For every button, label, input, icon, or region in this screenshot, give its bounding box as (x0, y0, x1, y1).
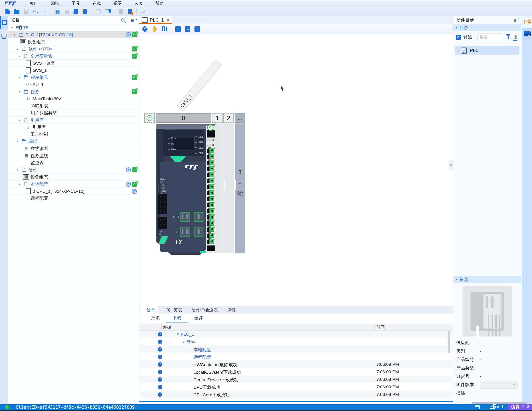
fit-vertical-icon[interactable]: ↕ (175, 26, 181, 32)
expand-all-icon[interactable]: ↧ (506, 35, 510, 40)
output-tab[interactable]: 硬件IO通道表 (185, 306, 221, 314)
slot-2-header[interactable]: 2 (223, 113, 234, 123)
catalog-sort-icon[interactable] (513, 18, 518, 22)
catalog-search-input[interactable] (477, 33, 503, 41)
search-icon[interactable] (121, 19, 124, 21)
tree-row[interactable]: 工艺控制 (8, 131, 139, 138)
tree-row[interactable]: ▾ TS (8, 24, 139, 31)
tree-row[interactable]: GVS_1 (8, 67, 139, 74)
firmware-version-select[interactable] (480, 381, 518, 389)
compile-icon[interactable]: ▦ (53, 8, 62, 15)
chevron-down-icon[interactable]: ▾ (14, 33, 18, 36)
cpu-module-graphic[interactable]: RUN INF ERR GE1 GE2 GE3 GE4 (156, 124, 215, 255)
tree-row[interactable]: ▾ 程序单元 (8, 74, 139, 81)
log-row[interactable]: ∨ PLC_1 (139, 331, 453, 338)
fit-view-icon[interactable]: ↔ (194, 26, 200, 32)
tree-row[interactable]: 监控表 (8, 159, 139, 166)
tree-row[interactable]: 用户数据类型 (8, 109, 139, 117)
upload-icon[interactable] (81, 8, 90, 15)
log-row[interactable]: LocalIOSystem下载成功 7:06:09 PM (139, 368, 453, 376)
tree-row[interactable]: 远程配置 (8, 195, 139, 202)
chevron-down-icon[interactable]: ▾ (19, 183, 23, 186)
chevron-down-icon[interactable]: ▾ (19, 54, 23, 58)
log-row[interactable]: CentralDevice下载成功 7:06:09 PM (139, 376, 453, 383)
menu-item[interactable]: 选项 (133, 0, 144, 7)
output-tab[interactable]: IO冲突表 (158, 306, 185, 314)
log-row[interactable]: 本地配置 (139, 346, 453, 353)
menu-item[interactable]: 编辑 (49, 0, 61, 7)
slot-0-header[interactable]: 0 (156, 113, 211, 123)
tree-row[interactable]: ▾ 调试 (8, 138, 139, 145)
log-row[interactable]: HWContainer删除成功 7:06:09 PM (139, 361, 453, 368)
chevron-down-icon[interactable]: ∨ (182, 340, 185, 344)
channel-view-icon[interactable] (162, 27, 167, 31)
cpu-tag-label[interactable]: CPU_1 (176, 60, 222, 112)
menu-item[interactable]: 项目 (28, 0, 40, 7)
tab-plc1[interactable]: PLC_1 × (139, 16, 172, 24)
menu-item[interactable]: 工具 (70, 0, 82, 7)
tree-row[interactable]: 设备组态 (8, 38, 139, 45)
tree-row[interactable]: ▾ 任务 (8, 88, 139, 95)
undo-icon[interactable]: ↶▾ (30, 8, 40, 15)
output-subtab[interactable]: 常规 (144, 314, 166, 323)
chevron-down-icon[interactable]: ▾ (19, 76, 23, 79)
filter-sort-icon[interactable] (131, 18, 135, 22)
tree-row[interactable]: 引用库 (8, 124, 139, 131)
activity-project-view[interactable] (0, 16, 8, 29)
simulation-indicator[interactable]: 仿真 × 0 (508, 404, 532, 410)
info-section-header[interactable]: ▾ 信息 (453, 276, 521, 283)
log-row[interactable]: CPUCore下载成功 7:06:09 PM (139, 391, 453, 398)
output-tab[interactable]: 信息 (140, 306, 158, 314)
chevron-down-icon[interactable]: ▾ (17, 168, 21, 172)
catalog-item-plc[interactable]: › PLC (455, 46, 519, 55)
log-scrollbar[interactable] (448, 331, 450, 353)
close-icon[interactable]: × (167, 18, 169, 22)
download-icon[interactable] (71, 8, 81, 15)
tree-row[interactable]: GVS一览表 (8, 60, 139, 67)
label-tool-icon[interactable] (141, 26, 148, 32)
chevron-down-icon[interactable]: ▾ (17, 47, 21, 51)
tree-row[interactable]: ▾ 硬件 (8, 166, 139, 174)
pan-tool-icon[interactable]: ✋ (151, 26, 158, 32)
log-row[interactable]: 远程配置 (139, 353, 453, 361)
filter-checkbox[interactable] (456, 35, 461, 40)
chevron-down-icon[interactable]: ∨ (177, 332, 179, 336)
chevron-down-icon[interactable]: ▾ (11, 26, 16, 29)
collapse-all-icon[interactable]: ↥ (513, 35, 518, 40)
activity-network-view[interactable] (0, 29, 8, 42)
rail-hardware-catalog[interactable] (522, 28, 532, 40)
output-tab[interactable]: 属性 (221, 306, 239, 314)
log-row[interactable]: ∨ 硬件 (139, 338, 453, 346)
tree-row[interactable]: ▾ PLC_1[T324-XP-CD-10] (8, 31, 139, 38)
menu-item[interactable]: 视图 (112, 0, 124, 7)
window-icon[interactable] (475, 405, 480, 409)
slot-range-column[interactable]: 3 - 32 (235, 123, 245, 253)
catalog-section-header[interactable]: ▾ 目录 (453, 24, 521, 31)
slot-more-header[interactable]: ... (235, 113, 245, 123)
tree-row[interactable]: 0 CPU_1[T324-XP-CD-10] (8, 188, 139, 195)
collapse-right-panel-button[interactable] (448, 160, 453, 170)
tree-row[interactable]: IO映射表 (8, 102, 139, 109)
slot-1-header[interactable]: 1 (212, 113, 222, 123)
chevron-down-icon[interactable]: ▾ (19, 118, 23, 122)
tree-row[interactable]: ▾ 软件 <STD> (8, 45, 139, 52)
menu-item[interactable]: 在线 (91, 0, 103, 7)
output-subtab[interactable]: 编译 (188, 314, 209, 323)
chevron-down-icon[interactable]: ▾ (17, 140, 21, 143)
menu-item[interactable]: 帮助 (153, 0, 165, 7)
connected-devices-indicator[interactable]: × 1 (489, 404, 504, 410)
log-row[interactable]: CPU下载成功 7:06:09 PM (139, 383, 453, 391)
tree-row[interactable]: ▾ 引用库 (8, 117, 139, 124)
stop-plc-icon[interactable] (125, 8, 134, 15)
tree-row[interactable]: ▾ 全局变量集 (8, 52, 139, 60)
chevron-down-icon[interactable]: ▾ (19, 90, 23, 93)
output-subtab[interactable]: 下载 (166, 314, 188, 323)
tree-row[interactable]: MainTask<30> (8, 95, 139, 102)
open-project-icon[interactable] (12, 8, 21, 15)
go-online-icon[interactable] (103, 8, 112, 15)
new-project-icon[interactable] (3, 8, 12, 15)
tree-row[interactable]: 任务监视 (8, 152, 139, 159)
fit-horizontal-icon[interactable]: ↔ (185, 26, 190, 32)
tree-row[interactable]: ▾ 本地配置 (8, 181, 139, 188)
hardware-canvas[interactable]: CPU_1 0 1 2 ... 3 - 32 (139, 34, 453, 307)
